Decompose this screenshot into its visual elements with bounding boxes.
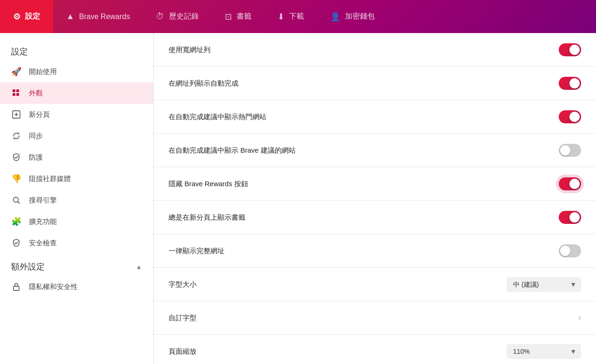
setting-brave-suggested: 在自動完成建議中顯示 Brave 建議的網站 xyxy=(154,134,596,167)
sidebar-item-social-blocking[interactable]: 👎 阻擋社群媒體 xyxy=(0,168,153,189)
setting-autocomplete-label: 在網址列顯示自動完成 xyxy=(169,78,238,88)
sidebar-item-appearance-label: 外觀 xyxy=(29,89,43,98)
setting-show-popular-label: 在自動完成建議中顯示熱門網站 xyxy=(169,112,266,121)
nav-crypto-wallet-label: 加密錢包 xyxy=(345,12,375,21)
sidebar-item-shields[interactable]: 防護 xyxy=(0,147,153,168)
setting-wide-address-bar-control xyxy=(559,43,581,56)
extra-settings-section[interactable]: 額外設定 ▲ xyxy=(0,254,153,276)
toggle-hide-brave-rewards[interactable] xyxy=(559,177,581,190)
downloads-icon: ⬇ xyxy=(278,12,284,22)
sidebar-item-get-started-label: 開始使用 xyxy=(29,67,57,76)
nav-settings[interactable]: ⚙ 設定 xyxy=(0,0,53,33)
top-navigation: ⚙ 設定 ▲ Brave Rewards ⏱ 歷史記錄 ⊡ 書籤 ⬇ 下載 👤 … xyxy=(0,0,596,33)
nav-brave-rewards-label: Brave Rewards xyxy=(79,13,130,21)
nav-crypto-wallet[interactable]: 👤 加密錢包 xyxy=(317,0,388,33)
custom-font-chevron-icon: › xyxy=(578,313,581,323)
brave-rewards-icon: ▲ xyxy=(66,12,74,21)
sidebar-item-extensions[interactable]: 🧩 擴充功能 xyxy=(0,211,153,232)
sidebar-item-privacy[interactable]: 隱私權和安全性 xyxy=(0,276,153,297)
nav-bookmarks-label: 書籤 xyxy=(237,12,251,21)
sidebar-item-security-check[interactable]: 安全檢查 xyxy=(0,232,153,254)
nav-downloads[interactable]: ⬇ 下載 xyxy=(264,0,317,33)
setting-font-size-label: 字型大小 xyxy=(169,279,196,289)
svg-rect-0 xyxy=(13,89,15,92)
crypto-wallet-icon: 👤 xyxy=(330,12,340,22)
history-icon: ⏱ xyxy=(156,12,164,21)
toggle-autocomplete[interactable] xyxy=(559,77,581,90)
toggle-full-url[interactable] xyxy=(559,244,581,257)
lock-icon xyxy=(11,282,21,292)
nav-downloads-label: 下載 xyxy=(289,12,304,21)
appearance-icon xyxy=(11,88,21,98)
extensions-icon: 🧩 xyxy=(11,216,21,227)
nav-history[interactable]: ⏱ 歷史記錄 xyxy=(143,0,212,33)
sidebar-item-get-started[interactable]: 🚀 開始使用 xyxy=(0,61,153,82)
toggle-show-bookmarks[interactable] xyxy=(559,211,581,224)
content-area: 使用寬網址列 在網址列顯示自動完成 在自動完 xyxy=(154,33,596,364)
sidebar-item-new-tab-label: 新分頁 xyxy=(29,110,50,119)
toggle-brave-suggested[interactable] xyxy=(559,144,581,157)
rocket-icon: 🚀 xyxy=(11,67,21,77)
settings-icon: ⚙ xyxy=(13,12,20,22)
setting-custom-font[interactable]: 自訂字型 › xyxy=(154,301,596,335)
sidebar-item-sync[interactable]: 同步 xyxy=(0,125,153,147)
setting-autocomplete: 在網址列顯示自動完成 xyxy=(154,67,596,100)
sidebar-item-appearance[interactable]: 外觀 xyxy=(0,82,153,104)
svg-line-8 xyxy=(18,202,20,204)
setting-show-bookmarks: 總是在新分頁上顯示書籤 xyxy=(154,201,596,234)
sidebar-item-sync-label: 同步 xyxy=(29,132,43,141)
svg-rect-2 xyxy=(16,89,19,92)
bookmarks-icon: ⊡ xyxy=(225,12,232,22)
setting-page-zoom-label: 頁面縮放 xyxy=(169,346,196,356)
sidebar-item-new-tab[interactable]: 新分頁 xyxy=(0,104,153,125)
new-tab-icon xyxy=(11,109,21,120)
nav-bookmarks[interactable]: ⊡ 書籤 xyxy=(212,0,264,33)
setting-show-bookmarks-label: 總是在新分頁上顯示書籤 xyxy=(169,212,245,222)
nav-history-label: 歷史記錄 xyxy=(169,12,199,21)
setting-wide-address-bar-label: 使用寬網址列 xyxy=(169,45,210,54)
svg-point-7 xyxy=(14,197,19,202)
setting-custom-font-label: 自訂字型 xyxy=(169,313,196,323)
thumbs-down-icon: 👎 xyxy=(11,174,21,184)
setting-font-size: 字型大小 極小 小 中 (建議) 大 極大 ▼ xyxy=(154,268,596,301)
font-size-select[interactable]: 極小 小 中 (建議) 大 極大 xyxy=(507,277,581,292)
sidebar-item-security-check-label: 安全檢查 xyxy=(29,239,57,248)
svg-rect-3 xyxy=(16,93,19,96)
svg-rect-9 xyxy=(14,286,19,290)
sidebar: 設定 🚀 開始使用 外觀 xyxy=(0,33,154,364)
sidebar-main-title: 設定 xyxy=(0,40,153,61)
sidebar-item-social-blocking-label: 阻擋社群媒體 xyxy=(29,175,71,183)
setting-brave-suggested-label: 在自動完成建議中顯示 Brave 建議的網站 xyxy=(169,145,296,155)
setting-full-url: 一律顯示完整網址 xyxy=(154,234,596,268)
nav-brave-rewards[interactable]: ▲ Brave Rewards xyxy=(53,0,143,33)
page-zoom-dropdown-wrapper: 75% 90% 100% 110% 125% 150% 175% 200% ▼ xyxy=(507,344,581,359)
main-layout: 設定 🚀 開始使用 外觀 xyxy=(0,33,596,364)
search-icon xyxy=(11,195,21,205)
font-size-dropdown-wrapper: 極小 小 中 (建議) 大 極大 ▼ xyxy=(507,277,581,292)
extra-settings-title: 額外設定 xyxy=(11,261,45,272)
toggle-wide-address-bar[interactable] xyxy=(559,43,581,56)
setting-show-popular: 在自動完成建議中顯示熱門網站 xyxy=(154,100,596,134)
sidebar-item-privacy-label: 隱私權和安全性 xyxy=(29,283,78,291)
setting-hide-brave-rewards-label: 隱藏 Brave Rewards 按鈕 xyxy=(169,179,248,189)
sidebar-item-search[interactable]: 搜尋引擎 xyxy=(0,189,153,211)
setting-full-url-label: 一律顯示完整網址 xyxy=(169,246,224,256)
setting-wide-address-bar: 使用寬網址列 xyxy=(154,33,596,67)
setting-hide-brave-rewards: 隱藏 Brave Rewards 按鈕 xyxy=(154,167,596,201)
sidebar-item-search-label: 搜尋引擎 xyxy=(29,196,57,205)
sidebar-item-extensions-label: 擴充功能 xyxy=(29,217,57,226)
svg-rect-1 xyxy=(13,93,15,96)
sync-icon xyxy=(11,131,21,141)
sidebar-item-shields-label: 防護 xyxy=(29,153,43,162)
shield-icon xyxy=(11,152,21,162)
security-check-icon xyxy=(11,238,21,248)
extra-settings-chevron-up: ▲ xyxy=(135,263,142,270)
setting-page-zoom: 頁面縮放 75% 90% 100% 110% 125% 150% 175% 20… xyxy=(154,335,596,364)
toggle-show-popular[interactable] xyxy=(559,110,581,123)
nav-settings-label: 設定 xyxy=(25,12,40,21)
page-zoom-select[interactable]: 75% 90% 100% 110% 125% 150% 175% 200% xyxy=(507,344,581,359)
